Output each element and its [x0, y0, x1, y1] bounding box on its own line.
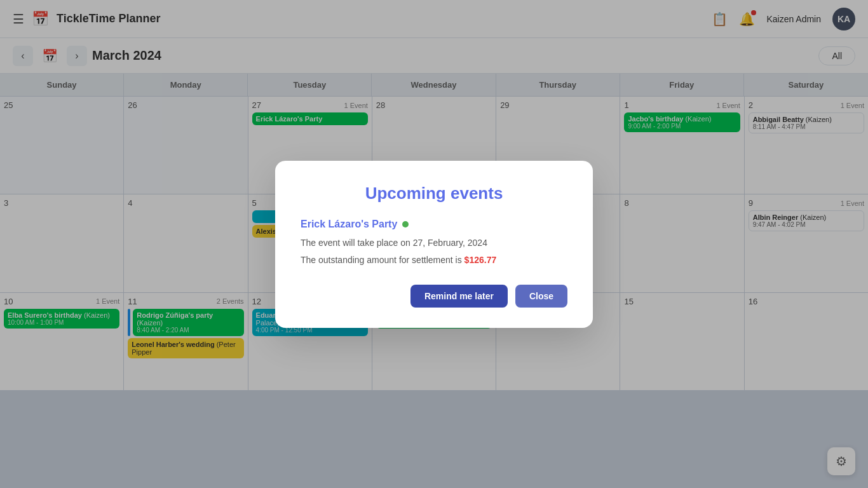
modal-event-amount: The outstanding amount for settlement is… — [301, 254, 567, 267]
modal-overlay: Upcoming events Erick Lázaro's Party The… — [0, 0, 868, 488]
upcoming-events-modal: Upcoming events Erick Lázaro's Party The… — [275, 161, 593, 328]
modal-event-name: Erick Lázaro's Party — [301, 219, 567, 230]
amount-value: $126.77 — [465, 255, 497, 265]
modal-event-date: The event will take place on 27, Februar… — [301, 236, 567, 250]
online-indicator — [402, 221, 409, 227]
modal-title: Upcoming events — [301, 184, 567, 203]
modal-actions: Remind me later Close — [301, 285, 567, 308]
close-modal-button[interactable]: Close — [515, 285, 567, 308]
remind-later-button[interactable]: Remind me later — [410, 285, 508, 308]
